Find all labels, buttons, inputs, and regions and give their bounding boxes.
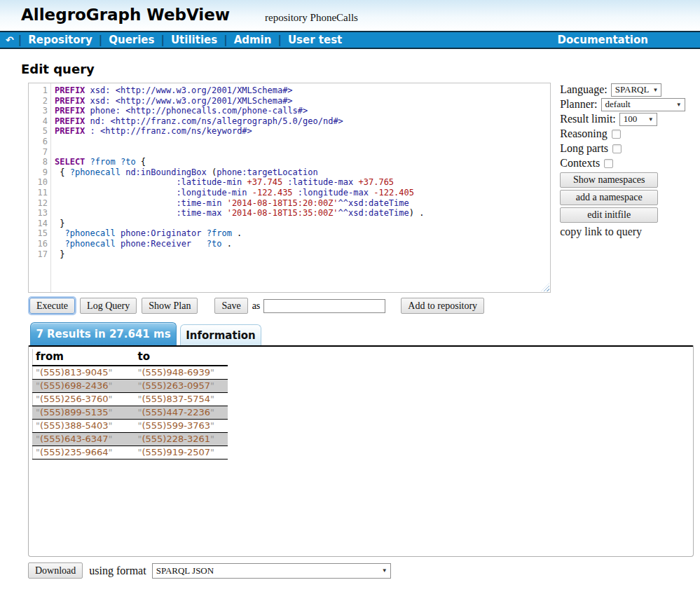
result-cell: "(555)256-3760": [33, 393, 135, 406]
add-to-repository-button[interactable]: Add to repository: [401, 298, 484, 314]
result-limit-label: Result limit:: [560, 113, 616, 125]
app-title: AllegroGraph WebView: [21, 6, 230, 24]
nav-item-queries[interactable]: Queries: [102, 34, 160, 46]
results-table: from to "(555)813-9045""(555)948-6939""(…: [32, 349, 228, 460]
long-parts-label: Long parts: [560, 142, 608, 155]
line-number: 9: [29, 167, 48, 178]
code-line: PREFIX : <http://franz.com/ns/keyword#>: [55, 126, 550, 137]
format-label: using format: [89, 565, 146, 577]
reasoning-row: Reasoning: [560, 127, 700, 141]
save-button[interactable]: Save: [214, 298, 247, 314]
result-cell: "(555)899-5135": [33, 406, 135, 420]
tab-information[interactable]: Information: [180, 324, 261, 345]
dropdown-arrow-icon: ▼: [652, 87, 658, 93]
language-select[interactable]: SPARQL ▼: [611, 83, 661, 97]
line-number: 17: [29, 249, 48, 260]
result-cell: "(555)643-6347": [33, 433, 135, 446]
code-line: PREFIX nd: <http://franz.com/ns/allegrog…: [55, 116, 550, 127]
line-number: 1: [29, 85, 48, 96]
download-button[interactable]: Download: [28, 562, 83, 579]
line-number: 5: [29, 126, 48, 137]
result-cell: "(555)698-2436": [33, 380, 135, 393]
contexts-checkbox[interactable]: [604, 159, 613, 168]
action-bar: Execute Log Query Show Plan Save as Add …: [28, 298, 700, 314]
main-navbar: ↶ | Repository | Queries | Utilities | A…: [0, 31, 700, 49]
table-header-row: from to: [33, 349, 228, 366]
line-number: 7: [29, 147, 48, 158]
language-label: Language:: [560, 83, 608, 96]
log-query-button[interactable]: Log Query: [80, 298, 137, 314]
add-namespace-button[interactable]: add a namespace: [560, 190, 658, 205]
edit-initfile-button[interactable]: edit initfile: [560, 207, 658, 223]
result-cell: "(555)837-5754": [135, 393, 228, 406]
reasoning-label: Reasoning: [560, 127, 608, 140]
line-number: 8: [29, 157, 48, 167]
format-select[interactable]: SPARQL JSON ▼: [152, 563, 391, 579]
query-editor[interactable]: 1234567891011121314151617 PREFIX xsd: <h…: [28, 83, 551, 293]
code-line: }: [55, 249, 550, 260]
download-bar: Download using format SPARQL JSON ▼: [28, 562, 700, 579]
planner-label: Planner:: [560, 98, 597, 111]
nav-item-utilities[interactable]: Utilities: [165, 34, 224, 46]
dropdown-arrow-icon: ▼: [382, 567, 387, 574]
code-line: { ?phonecall nd:inBoundingBox (phone:tar…: [55, 167, 550, 178]
result-cell: "(555)599-3763": [135, 420, 228, 433]
save-name-input[interactable]: [263, 299, 385, 313]
results-tabs: 7 Results in 27.641 ms Information: [30, 322, 700, 345]
result-cell: "(555)235-9664": [33, 446, 135, 460]
line-numbers: 1234567891011121314151617: [29, 83, 51, 292]
result-limit-select[interactable]: 100 ▼: [619, 113, 657, 126]
column-header-from: from: [33, 349, 135, 366]
reasoning-checkbox[interactable]: [612, 130, 621, 139]
code-line: :time-min '2014-08-18T15:20:00Z'^^xsd:da…: [55, 198, 550, 209]
nav-item-repository[interactable]: Repository: [22, 34, 99, 46]
page-title: Edit query: [21, 62, 700, 76]
show-namespaces-button[interactable]: Show namespaces: [560, 172, 658, 188]
code-lines[interactable]: PREFIX xsd: <http://www.w3.org/2001/XMLS…: [51, 83, 550, 292]
long-parts-checkbox[interactable]: [612, 144, 622, 153]
code-line: PREFIX phone: <http://phonecalls.com/pho…: [55, 106, 550, 116]
line-number: 11: [29, 188, 48, 198]
copy-link-to-query[interactable]: copy link to query: [560, 226, 700, 238]
nav-item-user-test[interactable]: User test: [282, 34, 348, 46]
table-row: "(555)813-9045""(555)948-6939": [33, 366, 228, 380]
table-row: "(555)388-5403""(555)599-3763": [33, 420, 228, 433]
code-line: ?phonecall phone:Receiver ?to .: [55, 239, 550, 249]
table-row: "(555)235-9664""(555)919-2507": [33, 446, 228, 460]
contexts-row: Contexts: [560, 156, 700, 170]
code-line: [55, 137, 550, 147]
query-options-panel: Language: SPARQL ▼ Planner: default ▼ Re…: [560, 83, 700, 238]
result-cell: "(555)948-6939": [135, 366, 228, 380]
repository-label: repository PhoneCalls: [265, 12, 358, 24]
format-value: SPARQL JSON: [156, 565, 214, 576]
code-line: ?phonecall phone:Originator ?from .: [55, 228, 550, 239]
dropdown-arrow-icon: ▼: [648, 116, 654, 123]
column-header-to: to: [135, 349, 228, 366]
results-panel: from to "(555)813-9045""(555)948-6939""(…: [28, 345, 694, 557]
tab-results[interactable]: 7 Results in 27.641 ms: [30, 322, 177, 345]
nav-item-documentation[interactable]: Documentation: [558, 34, 648, 46]
planner-row: Planner: default ▼: [560, 97, 700, 111]
line-number: 15: [29, 228, 48, 239]
nav-item-admin[interactable]: Admin: [228, 34, 278, 46]
line-number: 12: [29, 198, 48, 209]
line-number: 4: [29, 116, 48, 127]
show-plan-button[interactable]: Show Plan: [142, 298, 198, 314]
result-cell: "(555)263-0957": [135, 380, 228, 393]
code-line: :longitude-min -122.435 :longitude-max -…: [55, 188, 550, 198]
code-line: :time-max '2014-08-18T15:35:00Z'^^xsd:da…: [55, 208, 550, 219]
line-number: 10: [29, 177, 48, 188]
app-header: AllegroGraph WebView repository PhoneCal…: [0, 0, 700, 31]
save-as-label: as: [252, 301, 261, 312]
result-cell: "(555)447-2236": [135, 406, 228, 420]
back-icon[interactable]: ↶: [6, 34, 14, 46]
result-cell: "(555)919-2507": [135, 446, 228, 460]
results-table-body: "(555)813-9045""(555)948-6939""(555)698-…: [33, 366, 228, 460]
table-row: "(555)698-2436""(555)263-0957": [33, 380, 228, 393]
code-line: [55, 147, 550, 158]
planner-select[interactable]: default ▼: [601, 98, 685, 111]
code-line: PREFIX xsd: <http://www.w3.org/2001/XMLS…: [55, 96, 550, 106]
line-number: 14: [29, 219, 48, 229]
result-cell: "(555)813-9045": [33, 366, 135, 380]
execute-button[interactable]: Execute: [29, 298, 75, 314]
